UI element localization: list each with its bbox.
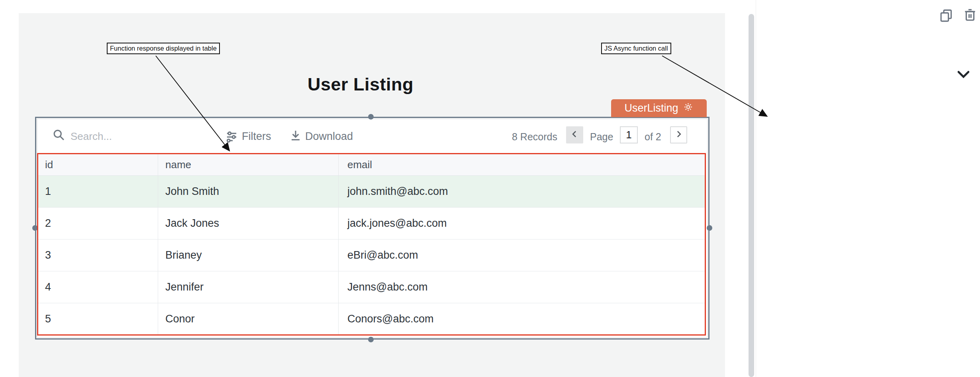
annotation-left: Function response displayed in table (107, 43, 220, 54)
chevron-left-icon (570, 130, 579, 140)
widget-badge-label: UserListing (624, 102, 678, 114)
cell-id: 3 (45, 249, 51, 261)
property-panel (756, 0, 980, 377)
row-divider (37, 239, 706, 240)
cell-name: Jennifer (165, 281, 204, 293)
cell-id: 5 (45, 313, 51, 325)
cell-name: Brianey (165, 249, 202, 261)
cell-email: eBri@abc.com (347, 249, 418, 261)
search-icon (52, 128, 65, 143)
drag-handle-top[interactable] (368, 114, 374, 120)
drag-handle-bottom[interactable] (368, 337, 374, 342)
drag-handle-left[interactable] (32, 225, 38, 231)
search-input[interactable]: Search... (71, 130, 112, 143)
page-prev-button[interactable] (566, 126, 583, 143)
column-header-name[interactable]: name (165, 159, 191, 171)
delete-widget-icon[interactable] (962, 7, 978, 24)
column-header-id[interactable]: id (45, 159, 53, 171)
cell-id: 1 (45, 185, 51, 198)
page-next-button[interactable] (670, 126, 687, 143)
cell-name: Conor (165, 313, 195, 325)
cell-name: Jack Jones (165, 217, 219, 230)
column-divider (338, 153, 339, 336)
section-collapse-chevron-icon[interactable] (957, 70, 970, 81)
cell-name: John Smith (165, 185, 219, 198)
records-count: 8 Records (512, 131, 557, 143)
cell-email: jack.jones@abc.com (347, 217, 447, 230)
filters-button[interactable]: Filters (242, 130, 271, 143)
chevron-right-icon (674, 130, 683, 140)
copy-widget-icon[interactable] (939, 8, 953, 24)
page-total: of 2 (645, 131, 661, 143)
cell-email: Conors@abc.com (347, 313, 434, 325)
gear-icon[interactable] (683, 102, 694, 115)
page-label: Page (590, 131, 613, 143)
canvas-scrollbar[interactable] (749, 14, 754, 377)
column-header-email[interactable]: email (347, 159, 372, 171)
page-number-input[interactable]: 1 (620, 126, 638, 143)
annotation-right: JS Async function call (601, 43, 671, 54)
cell-email: Jenns@abc.com (347, 281, 428, 293)
row-divider (37, 207, 706, 208)
cell-email: john.smith@abc.com (347, 185, 448, 198)
filters-icon (225, 130, 238, 144)
row-divider (37, 271, 706, 271)
widget-name-badge[interactable]: UserListing (611, 99, 707, 117)
column-divider (158, 153, 158, 336)
cell-id: 4 (45, 281, 51, 293)
page-title: User Listing (19, 74, 702, 95)
cell-id: 2 (45, 217, 51, 230)
download-button[interactable]: Download (305, 130, 353, 143)
download-icon (289, 129, 302, 143)
row-divider (37, 303, 706, 303)
drag-handle-right[interactable] (707, 225, 712, 231)
